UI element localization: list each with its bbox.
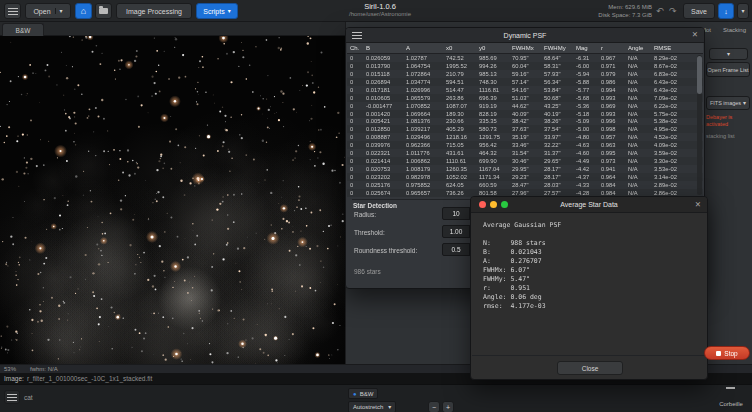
save-button[interactable]: Save bbox=[683, 3, 715, 19]
psf-table-row[interactable]: 00.0251760.975852624.05660.5928.47"28.03… bbox=[347, 181, 703, 189]
psf-cell: 2.89e-02 bbox=[651, 182, 689, 188]
psf-table-row[interactable]: 00.0223211.011776431.61464.3231.54"31.37… bbox=[347, 149, 703, 157]
psf-cell: 37.54" bbox=[541, 126, 573, 132]
image-tab-strip: B&W bbox=[0, 22, 345, 36]
psf-table-row[interactable]: 00.0232020.9829781052.021171.3429.23"28.… bbox=[347, 173, 703, 181]
psf-column-rmse[interactable]: RMSE bbox=[651, 45, 689, 51]
save-as-button[interactable]: ↓ bbox=[718, 3, 734, 19]
threshold-value[interactable]: 1.00 bbox=[443, 228, 469, 235]
psf-cell: N/A bbox=[625, 87, 651, 93]
radio-dot-icon: ● bbox=[353, 391, 357, 397]
psf-cell: -4.80 bbox=[573, 134, 598, 140]
psf-cell: 0.010605 bbox=[363, 95, 403, 101]
more-menu-button[interactable]: ▾ bbox=[737, 3, 749, 19]
psf-cell: 43.25" bbox=[541, 103, 573, 109]
psf-table-row[interactable]: 00.0106051.065579263.86696.3951.03"50.68… bbox=[347, 94, 703, 102]
memory-info: Mem: 629.6 MiB Disk Space: 7.3 GiB bbox=[560, 3, 652, 19]
channel-selector[interactable]: ● B&W bbox=[348, 388, 378, 399]
psf-cell: 31.37" bbox=[541, 150, 573, 156]
psf-column-angle[interactable]: Angle bbox=[625, 45, 651, 51]
psf-cell: N/A bbox=[625, 103, 651, 109]
psf-table-row[interactable]: 00.0399760.962366715.05956.4233.46"32.22… bbox=[347, 141, 703, 149]
zoom-in-button[interactable]: + bbox=[442, 401, 454, 412]
home-directory-button[interactable]: ⌂ bbox=[75, 3, 92, 19]
psf-table-row[interactable]: 0-0.0014771.0708521087.07919.1944.62"43.… bbox=[347, 102, 703, 110]
psf-column-fwhmy[interactable]: FWHMy bbox=[541, 45, 573, 51]
sequence-select[interactable]: ▾ bbox=[709, 48, 748, 60]
roundness-value[interactable]: 0.5 bbox=[443, 246, 469, 253]
psf-cell: N/A bbox=[625, 134, 651, 140]
psf-cell: -5.00 bbox=[573, 126, 598, 132]
layers-menu-button[interactable] bbox=[4, 390, 20, 404]
psf-column-y0[interactable]: y0 bbox=[476, 45, 509, 51]
header-bar: Open ▾ ⌂ Image Processing Scripts ▾ Siri… bbox=[0, 0, 752, 22]
psf-table-row[interactable]: 00.0268941.034774594.51748.3057.14"56.34… bbox=[347, 78, 703, 86]
psf-cell: 59.16" bbox=[509, 71, 541, 77]
scripts-menu[interactable]: Scripts ▾ bbox=[196, 3, 238, 19]
psf-cell: 0 bbox=[347, 71, 363, 77]
psf-scrollbar-thumb[interactable] bbox=[697, 56, 702, 94]
tab-stacking[interactable]: Stacking bbox=[723, 27, 746, 33]
close-icon[interactable]: ✕ bbox=[692, 31, 698, 39]
psf-column-fwhmx[interactable]: FWHMx bbox=[509, 45, 541, 51]
cat-label: cat bbox=[24, 394, 33, 401]
main-menu-button[interactable] bbox=[4, 3, 21, 19]
psf-cell: 0.964 bbox=[598, 174, 625, 180]
minimize-traffic-icon[interactable] bbox=[490, 201, 497, 208]
display-mode-select[interactable]: Autostretch ▾ bbox=[348, 401, 396, 412]
psf-cell: 0.013790 bbox=[363, 63, 403, 69]
psf-cell: 0 bbox=[347, 150, 363, 156]
psf-cell: N/A bbox=[625, 174, 651, 180]
close-button[interactable]: Close bbox=[557, 361, 623, 375]
psf-column-ch[interactable]: Ch. bbox=[347, 45, 363, 51]
image-processing-menu[interactable]: Image Processing bbox=[116, 3, 192, 19]
fits-images-select[interactable]: FITS images ▾ bbox=[706, 96, 750, 110]
psf-cell: 736.26 bbox=[443, 190, 476, 196]
psf-column-b[interactable]: B bbox=[363, 45, 403, 51]
psf-table-row[interactable]: 00.0137901.0647541995.52994.2660.04"58.3… bbox=[347, 62, 703, 70]
psf-table-row[interactable]: 00.0207531.0081791260.351167.0429.95"28.… bbox=[347, 165, 703, 173]
change-folder-button[interactable] bbox=[95, 3, 112, 19]
psf-column-mag[interactable]: Mag bbox=[573, 45, 598, 51]
psf-column-r[interactable]: r bbox=[598, 45, 625, 51]
psf-column-x0[interactable]: x0 bbox=[443, 45, 476, 51]
psf-cell: 0.957 bbox=[598, 134, 625, 140]
psf-scrollbar[interactable] bbox=[697, 55, 702, 195]
psf-table-row[interactable]: 00.0054211.081376230.66335.3538.42"38.26… bbox=[347, 118, 703, 126]
image-processing-label: Image Processing bbox=[126, 8, 182, 15]
psf-table-row[interactable]: 00.0171811.026996514.471116.8154.16"53.8… bbox=[347, 86, 703, 94]
psf-cell: -5.94 bbox=[573, 71, 598, 77]
avg-dialog-titlebar[interactable]: Average Star Data ✕ bbox=[471, 197, 707, 213]
sky-canvas[interactable] bbox=[0, 36, 345, 364]
maximize-traffic-icon[interactable] bbox=[501, 201, 508, 208]
dialog-menu-icon[interactable] bbox=[352, 32, 362, 39]
psf-table-row[interactable]: 00.0088871.0294961218.161291.7535.19"33.… bbox=[347, 133, 703, 141]
radius-value[interactable]: 10 bbox=[443, 210, 469, 217]
psf-cell: 29.95" bbox=[509, 166, 541, 172]
psf-cell: -6.31 bbox=[573, 55, 598, 61]
open-frame-list-button[interactable]: Open Frame List bbox=[706, 62, 750, 77]
tab-bw[interactable]: B&W bbox=[2, 23, 44, 36]
hamburger-icon bbox=[8, 8, 18, 15]
plus-icon: + bbox=[446, 404, 450, 411]
psf-cell: 3.30e-02 bbox=[651, 158, 689, 164]
undo-button[interactable]: ↶ bbox=[656, 6, 664, 16]
redo-button[interactable]: ↷ bbox=[669, 6, 677, 16]
psf-dialog-titlebar[interactable]: Dynamic PSF ✕ bbox=[346, 28, 704, 43]
stop-button[interactable]: Stop bbox=[704, 346, 750, 360]
psf-table-row[interactable]: 00.0214141.0068621110.61699.9030.46"29.6… bbox=[347, 157, 703, 165]
open-button[interactable]: Open ▾ bbox=[25, 3, 71, 19]
chevron-down-icon[interactable]: ▾ bbox=[55, 8, 63, 14]
psf-table-row[interactable]: 00.0014201.069664189.30828.1940.09"40.19… bbox=[347, 110, 703, 118]
psf-column-a[interactable]: A bbox=[403, 45, 443, 51]
psf-cell: 1995.52 bbox=[443, 63, 476, 69]
zoom-out-button[interactable]: − bbox=[428, 401, 440, 412]
close-traffic-icon[interactable] bbox=[479, 201, 486, 208]
chevron-down-icon: ▾ bbox=[228, 8, 231, 14]
psf-table-row[interactable]: 00.0260591.02787742.52985.6970.95"68.64"… bbox=[347, 54, 703, 62]
close-icon[interactable]: ✕ bbox=[695, 201, 701, 209]
psf-cell: -4.60 bbox=[573, 150, 598, 156]
psf-table-row[interactable]: 00.0128501.039217405.29580.7337.63"37.54… bbox=[347, 125, 703, 133]
psf-cell: 29.23" bbox=[509, 174, 541, 180]
psf-table-row[interactable]: 00.0151181.072864210.79985.1359.16"57.93… bbox=[347, 70, 703, 78]
